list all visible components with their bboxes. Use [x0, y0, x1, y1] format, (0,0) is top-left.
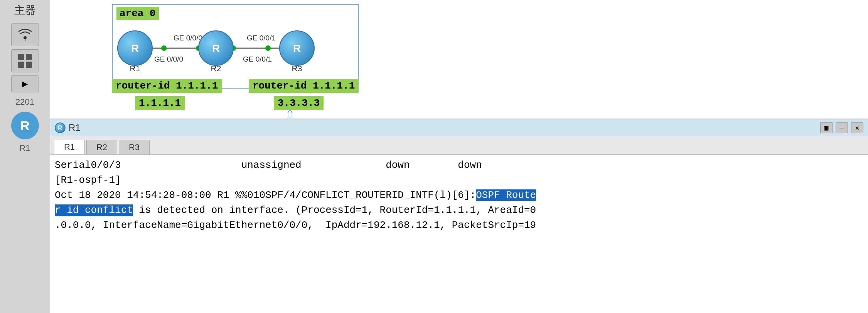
svg-text:R: R — [58, 125, 62, 131]
sidebar-router-icon[interactable]: R — [11, 112, 39, 139]
svg-point-11 — [265, 45, 271, 51]
close-button[interactable]: ✕ — [851, 122, 863, 133]
tab-r1[interactable]: R1 — [54, 140, 85, 154]
terminal-title-text: R1 — [69, 122, 81, 133]
sidebar: 主器 ▶ 2201 R R1 — [0, 0, 50, 313]
tabs-row: R1 R2 R3 — [50, 136, 868, 155]
device-grid-icon[interactable] — [11, 49, 39, 72]
terminal-title: R R1 — [55, 122, 81, 133]
device-number-label: 2201 — [15, 97, 34, 107]
svg-rect-4 — [18, 62, 24, 68]
arrow-icon[interactable]: ▶ — [11, 75, 39, 92]
tab-r2[interactable]: R2 — [86, 140, 117, 154]
arrow-up-icon: ⇧ — [285, 104, 295, 123]
router-id-r1-label: router-id 1.1.1.1 — [112, 79, 222, 93]
svg-rect-2 — [18, 54, 24, 60]
ip-r3-label: 3.3.3.3 — [274, 96, 324, 110]
svg-text:R3: R3 — [292, 64, 302, 73]
svg-text:R2: R2 — [211, 64, 221, 73]
svg-text:GE 0/0/0: GE 0/0/0 — [154, 55, 183, 63]
terminal-line-3: Oct 18 2020 14:54:28-08:00 R1 %%010SPF/4… — [55, 188, 863, 203]
sidebar-router-label: R1 — [19, 143, 30, 153]
wireless-icon[interactable] — [11, 23, 39, 46]
tab-r3[interactable]: R3 — [119, 140, 150, 154]
highlight-r-id-conflict: r id conflict — [55, 204, 133, 216]
minimize-button[interactable]: — — [836, 122, 848, 133]
restore-button[interactable]: ▣ — [820, 122, 833, 133]
svg-text:GE 0/0/0: GE 0/0/0 — [174, 34, 202, 42]
network-diagram: area 0 GE 0/0/0 GE 0/0/1 — [112, 4, 374, 112]
main-container: 主器 ▶ 2201 R R1 — [0, 0, 868, 313]
terminal-router-icon: R — [55, 122, 66, 133]
terminal-section: R R1 ▣ — ✕ — [50, 119, 868, 313]
content-area: area 0 GE 0/0/0 GE 0/0/1 — [50, 0, 868, 313]
terminal-line-1: Serial0/0/3 unassigned down down — [55, 158, 863, 173]
sidebar-title: 主器 — [14, 3, 36, 18]
terminal-line-5: .0.0.0, InterfaceName=GigabitEthernet0/0… — [55, 218, 863, 233]
terminal-titlebar: R R1 ▣ — ✕ — [50, 119, 868, 136]
svg-text:R1: R1 — [130, 64, 140, 73]
svg-rect-5 — [26, 62, 32, 68]
svg-text:R: R — [131, 42, 139, 54]
terminal-controls: ▣ — ✕ — [820, 122, 863, 133]
svg-text:R: R — [293, 42, 301, 54]
router-id-r3-label: router-id 1.1.1.1 — [249, 79, 359, 93]
svg-text:GE 0/0/1: GE 0/0/1 — [243, 55, 272, 63]
terminal-line-4: r id conflict is detected on interface. … — [55, 203, 863, 218]
ip-r1-label: 1.1.1.1 — [135, 96, 185, 110]
topology-area: area 0 GE 0/0/0 GE 0/0/1 — [50, 0, 868, 119]
svg-rect-3 — [26, 54, 32, 60]
highlight-ospf-route: OSPF Route — [476, 189, 536, 201]
svg-text:GE 0/0/1: GE 0/0/1 — [247, 34, 276, 42]
svg-point-7 — [161, 45, 167, 51]
terminal-line-2: [R1-ospf-1] — [55, 173, 863, 188]
terminal-content[interactable]: Serial0/0/3 unassigned down down [R1-osp… — [50, 155, 868, 313]
svg-text:R: R — [212, 42, 220, 54]
